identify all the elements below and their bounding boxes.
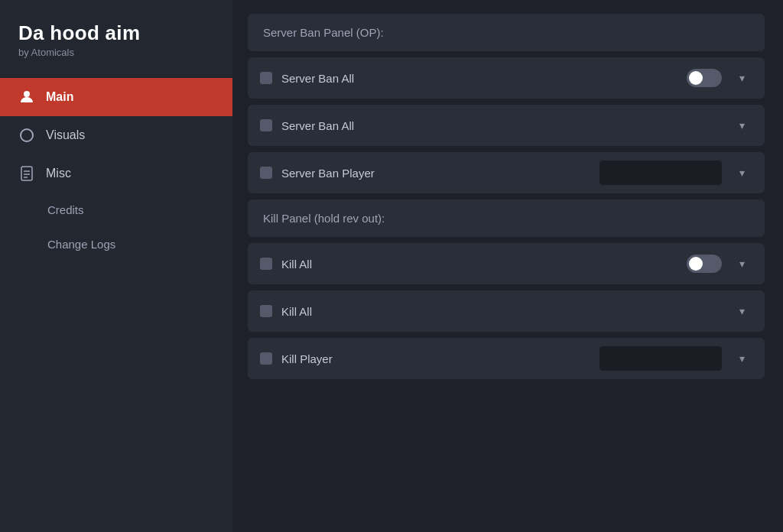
sidebar-item-misc-label: Misc (46, 167, 71, 180)
server-ban-all-toggle-chevron[interactable]: ▾ (731, 67, 752, 89)
server-ban-player-row: Server Ban Player ▾ (248, 152, 765, 193)
kill-all-2-chevron[interactable]: ▾ (731, 300, 752, 322)
circle-icon (18, 127, 35, 144)
svg-point-0 (24, 91, 30, 97)
server-ban-all-toggle[interactable] (687, 69, 722, 87)
server-ban-panel-label: Server Ban Panel (OP): (248, 14, 765, 51)
server-ban-all-2-label: Server Ban All (281, 119, 722, 132)
kill-player-icon (260, 352, 272, 365)
sidebar-item-changelogs-label: Change Logs (47, 238, 115, 251)
kill-panel-label: Kill Panel (hold rev out): (248, 200, 765, 237)
server-ban-player-chevron[interactable]: ▾ (731, 162, 752, 183)
sidebar-item-visuals[interactable]: Visuals (0, 116, 232, 154)
app-title: Da hood aim (18, 21, 214, 45)
kill-all-2-label: Kill All (281, 305, 722, 318)
svg-rect-1 (21, 167, 32, 180)
server-ban-player-icon (260, 167, 272, 179)
sidebar-item-main[interactable]: Main (0, 78, 232, 116)
kill-player-chevron[interactable]: ▾ (731, 348, 752, 369)
server-ban-all-2-chevron[interactable]: ▾ (731, 115, 752, 136)
server-ban-all-icon (260, 72, 272, 84)
sidebar-nav: Main Visuals Misc Credits (0, 78, 232, 261)
main-content: Server Ban Panel (OP): Server Ban All ▾ … (232, 0, 783, 532)
server-ban-all-chevron-row: Server Ban All ▾ (248, 105, 765, 146)
kill-player-row: Kill Player ▾ (248, 338, 765, 379)
app-subtitle: by Atomicals (18, 47, 214, 58)
server-ban-all-2-icon (260, 119, 272, 131)
sidebar-item-main-label: Main (46, 90, 73, 104)
sidebar: Da hood aim by Atomicals Main Visuals (0, 0, 232, 532)
kill-all-toggle[interactable] (687, 255, 722, 273)
server-ban-all-label: Server Ban All (281, 72, 677, 85)
sidebar-item-misc[interactable]: Misc (0, 154, 232, 193)
sidebar-item-credits-label: Credits (47, 203, 84, 216)
kill-all-label: Kill All (281, 258, 677, 271)
server-ban-all-toggle-row: Server Ban All ▾ (248, 57, 765, 99)
kill-player-label: Kill Player (281, 352, 590, 365)
kill-all-icon (260, 258, 272, 270)
sidebar-header: Da hood aim by Atomicals (0, 0, 232, 72)
sidebar-item-credits[interactable]: Credits (0, 193, 232, 227)
kill-all-toggle-row: Kill All ▾ (248, 243, 765, 284)
server-ban-player-input[interactable] (599, 161, 722, 185)
doc-icon (18, 165, 35, 182)
sidebar-item-visuals-label: Visuals (46, 128, 85, 142)
sidebar-item-changelogs[interactable]: Change Logs (0, 227, 232, 261)
server-ban-player-label: Server Ban Player (281, 167, 590, 180)
user-icon (18, 89, 35, 105)
kill-all-2-icon (260, 305, 272, 317)
kill-player-input[interactable] (599, 346, 722, 371)
kill-all-chevron-row: Kill All ▾ (248, 290, 765, 332)
kill-all-toggle-chevron[interactable]: ▾ (731, 253, 752, 274)
